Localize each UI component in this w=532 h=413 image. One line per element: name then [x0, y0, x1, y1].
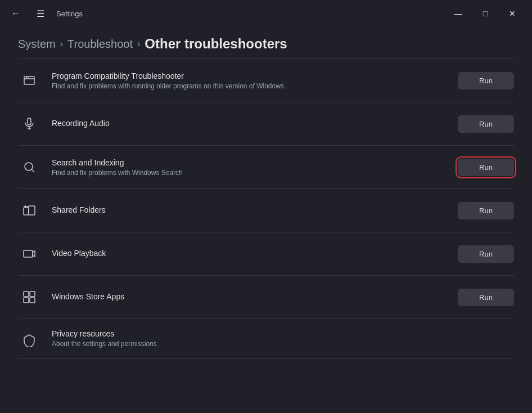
video-playback-icon — [18, 243, 40, 265]
breadcrumb-current: Other troubleshooters — [145, 36, 287, 52]
breadcrumb: System › Troubleshoot › Other troublesho… — [0, 27, 532, 59]
svg-rect-14 — [24, 291, 29, 297]
troubleshooter-item-search-indexing: Search and IndexingFind and fix problems… — [18, 146, 514, 189]
svg-rect-9 — [24, 208, 29, 215]
recording-audio-run-button[interactable]: Run — [458, 115, 514, 133]
troubleshooter-list: Program Compatibility TroubleshooterFind… — [0, 59, 532, 359]
troubleshooter-item-shared-folders: Shared FoldersRun — [18, 189, 514, 232]
search-indexing-run-button[interactable]: Run — [458, 159, 514, 176]
troubleshooter-item-program-compat: Program Compatibility TroubleshooterFind… — [18, 59, 514, 102]
shared-folders-icon — [18, 199, 40, 222]
svg-line-8 — [32, 170, 35, 173]
svg-rect-16 — [24, 298, 29, 303]
shared-folders-run-button[interactable]: Run — [458, 202, 514, 219]
program-compat-run-button[interactable]: Run — [458, 72, 514, 89]
menu-button[interactable]: ☰ — [31, 5, 49, 23]
minimize-button[interactable]: — — [445, 5, 471, 23]
program-compat-desc: Find and fix problems with running older… — [52, 82, 447, 90]
windows-store-apps-title: Windows Store Apps — [52, 292, 447, 301]
svg-point-7 — [25, 163, 33, 170]
privacy-resources-text: Privacy resourcesAbout the settings and … — [52, 329, 514, 348]
shared-folders-title: Shared Folders — [52, 205, 447, 214]
windows-store-apps-run-button[interactable]: Run — [458, 289, 514, 306]
troubleshooter-item-video-playback: Video PlaybackRun — [18, 232, 514, 276]
windows-store-apps-text: Windows Store Apps — [52, 292, 447, 303]
window-controls: — □ ✕ — [445, 5, 525, 23]
program-compat-text: Program Compatibility TroubleshooterFind… — [52, 71, 447, 90]
search-indexing-icon — [18, 156, 40, 178]
program-compat-title: Program Compatibility Troubleshooter — [52, 71, 447, 80]
recording-audio-text: Recording Audio — [52, 119, 447, 129]
title-bar: ← ☰ Settings — □ ✕ — [0, 0, 532, 27]
recording-audio-icon — [18, 113, 40, 135]
program-compat-icon — [18, 69, 40, 92]
breadcrumb-sep-2: › — [137, 39, 140, 49]
privacy-resources-desc: About the settings and permissions — [52, 340, 514, 348]
troubleshooter-item-privacy-resources: Privacy resourcesAbout the settings and … — [18, 319, 514, 359]
troubleshooter-item-windows-store-apps: Windows Store AppsRun — [18, 276, 514, 319]
app-title: Settings — [56, 10, 83, 18]
breadcrumb-sep-1: › — [60, 39, 63, 49]
video-playback-run-button[interactable]: Run — [458, 245, 514, 263]
svg-rect-0 — [24, 77, 34, 84]
search-indexing-desc: Find and fix problems with Windows Searc… — [52, 169, 447, 177]
video-playback-text: Video Playback — [52, 249, 447, 259]
breadcrumb-troubleshoot[interactable]: Troubleshoot — [67, 38, 133, 51]
troubleshooter-item-recording-audio: Recording AudioRun — [18, 102, 514, 146]
svg-rect-10 — [29, 206, 35, 215]
privacy-resources-title: Privacy resources — [52, 329, 514, 338]
search-indexing-title: Search and Indexing — [52, 158, 447, 167]
breadcrumb-system[interactable]: System — [18, 38, 56, 51]
shared-folders-text: Shared Folders — [52, 205, 447, 216]
video-playback-title: Video Playback — [52, 249, 447, 258]
svg-rect-15 — [30, 291, 35, 297]
search-indexing-text: Search and IndexingFind and fix problems… — [52, 158, 447, 177]
privacy-resources-icon — [18, 329, 40, 352]
svg-rect-4 — [28, 118, 31, 125]
windows-store-apps-icon — [18, 286, 40, 308]
svg-rect-13 — [24, 250, 33, 257]
recording-audio-title: Recording Audio — [52, 119, 447, 128]
close-button[interactable]: ✕ — [499, 5, 525, 23]
svg-rect-17 — [30, 298, 35, 303]
maximize-button[interactable]: □ — [472, 5, 498, 23]
back-button[interactable]: ← — [7, 5, 25, 23]
